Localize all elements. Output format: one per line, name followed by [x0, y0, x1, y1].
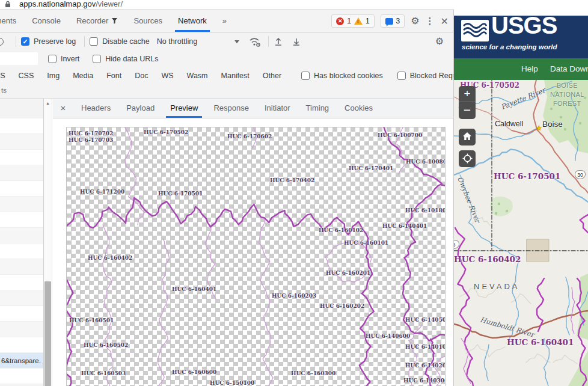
map-label: HUC 6-160401: [507, 337, 574, 347]
huc-tile-label: HUC 6-170401: [349, 165, 393, 171]
type-filter-css[interactable]: CSS: [12, 72, 41, 80]
huc-tile-label: HUC 6-170501: [158, 191, 203, 197]
map-viewport[interactable]: + − ★ HUC 6-170502Payette RiverBOISE NAT…: [454, 80, 588, 386]
huc-tile-label: HUC 6-140600: [366, 333, 410, 339]
search-icon[interactable]: [0, 38, 4, 46]
request-row[interactable]: [0, 275, 43, 290]
screen: apps.nationalmap.gov/viewer/ Elements Co…: [0, 0, 588, 386]
request-row[interactable]: [0, 290, 43, 306]
network-settings-gear-icon[interactable]: ⚙: [435, 37, 444, 46]
tab-elements[interactable]: Elements: [0, 10, 24, 32]
settings-gear-icon[interactable]: ⚙: [411, 16, 419, 26]
request-row[interactable]: 6&transpare.: [0, 353, 43, 369]
type-filter-other[interactable]: Other: [256, 72, 288, 80]
locate-button[interactable]: [459, 150, 476, 167]
huc-tile-label: HUC 6-100700: [378, 132, 422, 138]
type-filter-manifest[interactable]: Manifest: [215, 72, 256, 80]
request-row[interactable]: [0, 165, 43, 181]
divider: [84, 36, 85, 47]
devtools-panel: Elements Console Recorder Sources Networ…: [0, 10, 454, 386]
zoom-control: + −: [459, 86, 476, 119]
tab-timing[interactable]: Timing: [298, 99, 337, 118]
tab-console[interactable]: Console: [24, 10, 69, 32]
issues-badge[interactable]: 3: [381, 14, 405, 28]
zoom-out-button[interactable]: −: [459, 102, 476, 118]
huc-tile-label: HUC 6-140300: [403, 378, 446, 384]
throttling-select[interactable]: No throttling: [157, 37, 239, 46]
tab-network[interactable]: Network: [170, 10, 215, 32]
request-row[interactable]: [0, 134, 43, 150]
tab-overflow[interactable]: »: [215, 10, 234, 32]
blocked-requests-checkbox[interactable]: Blocked Requests: [397, 72, 453, 80]
close-devtools-icon[interactable]: ✕: [441, 16, 449, 27]
request-row[interactable]: [0, 150, 43, 165]
usgs-logo-icon: [461, 20, 489, 41]
home-extent-button[interactable]: [459, 129, 476, 146]
type-filter-img[interactable]: Img: [40, 72, 66, 80]
huc-tile-label: HUC 6-140200: [405, 363, 446, 369]
request-row[interactable]: [0, 181, 43, 197]
map-label: Caldwell: [495, 120, 523, 128]
request-row[interactable]: [0, 306, 43, 322]
huc-tile-label: HUC 6-160501: [69, 317, 114, 323]
huc-tile-label: HUC 6-150100: [210, 380, 254, 386]
request-row[interactable]: [0, 197, 43, 212]
warning-count: 1: [366, 17, 370, 25]
request-row[interactable]: [0, 244, 43, 259]
scroll-up-arrow-icon[interactable]: ▲: [44, 99, 52, 108]
invert-checkbox[interactable]: Invert: [48, 55, 79, 63]
request-row[interactable]: [0, 322, 43, 337]
tab-cookies[interactable]: Cookies: [337, 99, 381, 118]
type-filter-js[interactable]: JS: [0, 72, 12, 80]
network-conditions-icon[interactable]: [249, 37, 261, 47]
request-list-scrollbar[interactable]: ▲: [44, 99, 52, 386]
url-text: apps.nationalmap.gov/viewer/: [19, 0, 123, 8]
huc-tile-label: HUC 6-160203: [272, 293, 316, 299]
type-filter-media[interactable]: Media: [66, 72, 100, 80]
huc-tile-label: HUC 6-170702: [69, 130, 113, 136]
request-row[interactable]: [0, 228, 43, 244]
request-row[interactable]: [0, 259, 43, 275]
message-count: 3: [396, 17, 400, 25]
huc-tile-label: HUC 6-160101: [344, 240, 388, 246]
tab-sources[interactable]: Sources: [126, 10, 170, 32]
import-har-icon[interactable]: [274, 37, 283, 46]
huc-tile-label: HUC 6-160202: [320, 303, 364, 309]
route-shield: 30: [575, 170, 586, 179]
lock-icon: [5, 1, 11, 8]
error-warning-badge[interactable]: ✕ 1 1: [331, 14, 374, 28]
nav-help-link[interactable]: Help: [521, 64, 538, 73]
type-filter-wasm[interactable]: Wasm: [180, 72, 215, 80]
chevron-down-icon: [234, 40, 239, 43]
disable-cache-checkbox[interactable]: Disable cache: [90, 37, 150, 46]
huc-tile-label: HUC 6-140500: [405, 317, 446, 323]
export-har-icon[interactable]: [292, 37, 301, 46]
filter-input[interactable]: [0, 52, 38, 65]
usgs-wordmark: USGS: [491, 12, 557, 39]
type-filter-ws[interactable]: WS: [155, 72, 180, 80]
nav-data-download-link[interactable]: Data Download: [550, 64, 588, 73]
zoom-in-button[interactable]: +: [459, 86, 476, 102]
tab-initiator[interactable]: Initiator: [257, 99, 298, 118]
usgs-viewer-page: USGS science for a changing world Help D…: [454, 8, 588, 386]
request-row[interactable]: [0, 118, 43, 134]
tab-recorder[interactable]: Recorder: [69, 10, 126, 32]
type-filter-font[interactable]: Font: [100, 72, 128, 80]
tab-response[interactable]: Response: [206, 99, 257, 118]
divider: [16, 36, 16, 47]
preserve-log-checkbox[interactable]: ✓ Preserve log: [21, 37, 76, 46]
tab-headers[interactable]: Headers: [73, 99, 118, 118]
request-row[interactable]: [0, 369, 43, 384]
more-options-icon[interactable]: ⋮: [426, 16, 435, 26]
tab-payload[interactable]: Payload: [118, 99, 162, 118]
type-filter-doc[interactable]: Doc: [128, 72, 155, 80]
tab-preview[interactable]: Preview: [162, 99, 206, 118]
request-row[interactable]: [0, 337, 43, 353]
has-blocked-cookies-checkbox[interactable]: Has blocked cookies: [301, 72, 383, 80]
huc-tile-label: HUC 6-160503: [81, 370, 126, 376]
scrollbar-thumb[interactable]: [44, 281, 51, 386]
request-row[interactable]: [0, 212, 43, 228]
close-detail-icon[interactable]: ×: [53, 99, 73, 118]
hide-data-urls-checkbox[interactable]: Hide data URLs: [93, 55, 158, 63]
huc-tile-label: HUC 6-101800: [405, 207, 446, 213]
